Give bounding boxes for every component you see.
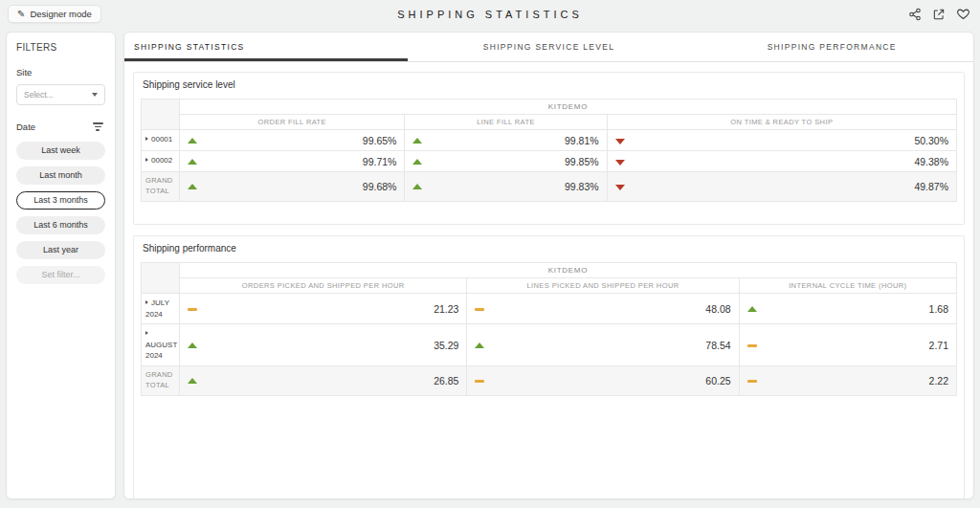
trend-icon <box>188 182 198 191</box>
trend-icon <box>188 157 198 166</box>
trend-icon <box>188 376 198 386</box>
cell-value: 21.23 <box>434 303 458 315</box>
cell-value: 2.71 <box>929 340 948 351</box>
performance-section: Shipping performance KITDEMO ORDERS PICK… <box>133 235 965 498</box>
cell-value: 99.68% <box>363 181 397 192</box>
trend-icon <box>615 182 626 191</box>
chevron-down-icon <box>92 93 98 97</box>
cell-value: 2.22 <box>929 375 948 387</box>
column-header: LINES PICKED AND SHIPPED PER HOUR <box>467 278 739 294</box>
column-header: ON TIME & READY TO SHIP <box>607 115 956 130</box>
pencil-icon: ✎ <box>17 10 25 19</box>
tab-bar: SHIPPING STATISTICS SHIPPING SERVICE LEV… <box>124 33 973 62</box>
row-label-grand-total: GRAND TOTAL <box>142 365 180 395</box>
corner-cell <box>142 263 180 294</box>
cell-value: 60.25 <box>705 375 730 387</box>
table-row: 00001 99.65% 99.81% 50.30% <box>142 130 957 151</box>
designer-mode-button[interactable]: ✎ Designer mode <box>8 5 101 23</box>
cell-value: 78.54 <box>705 340 730 351</box>
trend-icon <box>747 341 758 350</box>
cell-value: 35.29 <box>434 340 458 351</box>
designer-mode-label: Designer mode <box>30 9 91 19</box>
cell-value: 48.08 <box>705 303 730 315</box>
trend-icon <box>615 136 626 145</box>
trend-icon <box>747 376 758 386</box>
caret-right-icon <box>145 331 148 335</box>
service-level-table: KITDEMO ORDER FILL RATE LINE FILL RATE O… <box>141 99 957 202</box>
performance-table: KITDEMO ORDERS PICKED AND SHIPPED PER HO… <box>141 262 957 396</box>
trend-icon <box>475 341 485 350</box>
cell-value: 49.87% <box>914 181 948 192</box>
topbar: ✎ Designer mode SHIPPING STATISTICS <box>0 0 980 29</box>
performance-title: Shipping performance <box>143 243 957 254</box>
trend-icon <box>412 182 423 191</box>
date-button-last-year[interactable]: Last year <box>16 241 105 259</box>
row-label-00001[interactable]: 00001 <box>142 130 180 151</box>
cell-value: 99.71% <box>363 156 397 167</box>
share-icon[interactable] <box>908 8 922 21</box>
column-header: ORDER FILL RATE <box>180 115 405 130</box>
trend-icon <box>188 341 198 350</box>
service-level-section: Shipping service level KITDEMO ORDER FIL… <box>133 72 965 225</box>
trend-icon <box>188 136 198 145</box>
date-button-last-month[interactable]: Last month <box>16 166 105 185</box>
cell-value: 99.85% <box>565 156 599 167</box>
grand-total-row: GRAND TOTAL 26.85 60.25 2.22 <box>142 365 957 395</box>
caret-right-icon <box>145 137 148 141</box>
date-label: Date <box>16 121 35 132</box>
date-button-last-6-months[interactable]: Last 6 months <box>16 216 105 234</box>
cell-value: 49.38% <box>914 156 948 167</box>
site-select-placeholder: Select... <box>24 90 54 99</box>
group-header: KITDEMO <box>180 263 957 278</box>
trend-icon <box>412 136 423 145</box>
cell-value: 99.81% <box>565 135 599 146</box>
date-buttons: Last week Last month Last 3 months Last … <box>16 142 105 284</box>
trend-icon <box>412 157 423 166</box>
trend-icon <box>188 304 198 314</box>
page-title: SHIPPING STATISTICS <box>0 0 980 29</box>
cell-value: 1.68 <box>929 303 948 315</box>
open-in-new-icon[interactable] <box>932 8 946 21</box>
service-level-title: Shipping service level <box>143 79 957 90</box>
date-row: Date <box>16 121 105 133</box>
site-select[interactable]: Select... <box>16 84 105 105</box>
grand-total-row: GRAND TOTAL 99.68% 99.83% 49.87% <box>142 172 957 202</box>
table-row: 00002 99.71% 99.85% 49.38% <box>142 151 957 172</box>
date-button-last-3-months[interactable]: Last 3 months <box>16 191 105 210</box>
cell-value: 26.85 <box>434 375 458 387</box>
tab-shipping-statistics[interactable]: SHIPPING STATISTICS <box>124 33 408 61</box>
table-row: JULY 2024 21.23 48.08 1.68 <box>142 294 957 324</box>
cell-value: 99.65% <box>363 135 397 146</box>
group-header: KITDEMO <box>180 99 957 115</box>
page-layout: FILTERS Site Select... Date Last week La… <box>0 29 980 505</box>
caret-right-icon <box>145 300 148 304</box>
caret-right-icon <box>145 158 148 162</box>
filters-panel: FILTERS Site Select... Date Last week La… <box>6 32 116 499</box>
cell-value: 50.30% <box>914 135 948 146</box>
row-label-grand-total: GRAND TOTAL <box>142 172 180 202</box>
cell-value: 99.83% <box>565 181 599 192</box>
heart-icon[interactable] <box>956 7 970 21</box>
date-button-set-filter[interactable]: Set filter... <box>16 266 105 284</box>
row-label-00002[interactable]: 00002 <box>142 151 180 172</box>
main-content: Shipping service level KITDEMO ORDER FIL… <box>124 62 973 498</box>
site-label: Site <box>16 67 105 77</box>
column-header: INTERNAL CYCLE TIME (HOUR) <box>739 278 956 294</box>
trend-icon <box>475 376 485 386</box>
topbar-actions <box>908 7 970 21</box>
main-panel: SHIPPING STATISTICS SHIPPING SERVICE LEV… <box>123 32 974 499</box>
tab-shipping-service-level[interactable]: SHIPPING SERVICE LEVEL <box>408 33 691 61</box>
table-row: AUGUST 2024 35.29 78.54 2.71 <box>142 324 957 366</box>
column-header: ORDERS PICKED AND SHIPPED PER HOUR <box>180 278 467 294</box>
row-label-august-2024[interactable]: AUGUST 2024 <box>142 324 180 366</box>
column-header: LINE FILL RATE <box>405 115 607 130</box>
trend-icon <box>747 304 758 314</box>
filter-lines-icon[interactable] <box>91 121 105 133</box>
tab-shipping-performance[interactable]: SHIPPING PERFORMANCE <box>690 33 973 61</box>
row-label-july-2024[interactable]: JULY 2024 <box>142 294 180 324</box>
corner-cell <box>142 99 180 130</box>
filters-heading: FILTERS <box>16 42 105 53</box>
date-button-last-week[interactable]: Last week <box>16 142 105 160</box>
trend-icon <box>475 304 485 314</box>
trend-icon <box>615 157 626 166</box>
